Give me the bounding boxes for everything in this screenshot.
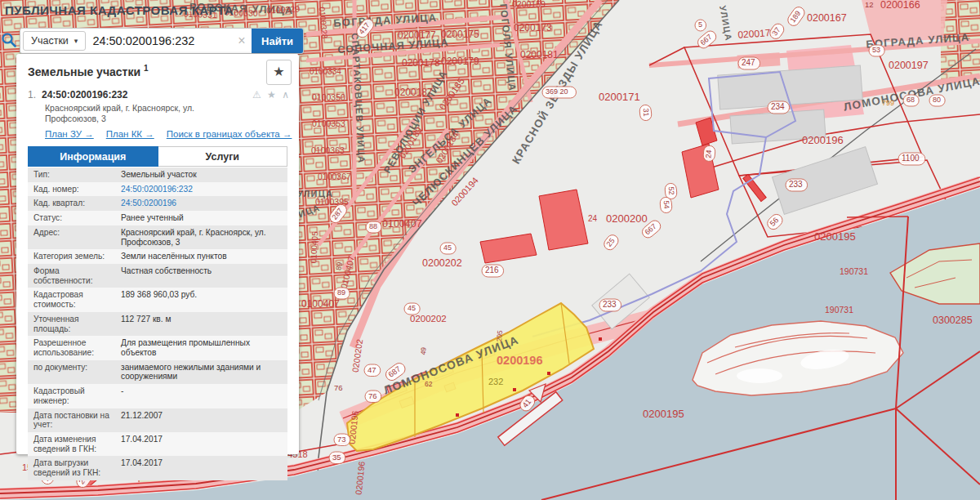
info-row-label: Разрешенное использование: xyxy=(28,336,119,359)
info-row-value: 17.04.2017 xyxy=(119,456,287,480)
item-icons: ⚠ ★ ∧ xyxy=(249,89,289,100)
info-row-label: Статус: xyxy=(28,211,119,225)
link-search-in-bounds[interactable]: Поиск в границах объекта → xyxy=(167,129,292,139)
map-label: 89 xyxy=(334,288,350,299)
item-links: План ЗУ →План КК →Поиск в границах объек… xyxy=(45,129,287,139)
info-row-value: Красноярский край, г. Красноярск, ул. Пр… xyxy=(119,225,287,249)
map-label: 5 xyxy=(695,20,706,31)
map-label: 12 xyxy=(865,0,874,9)
map-label: 190731 xyxy=(840,266,868,276)
info-row-label: Дата изменения сведений в ГКН: xyxy=(28,432,119,456)
find-button[interactable]: Найти xyxy=(252,29,303,53)
site-logo: ПУБЛИЧНАЯ КАДАСТРОВАЯ КАРТА xyxy=(5,3,234,17)
svg-text:88: 88 xyxy=(369,222,377,230)
info-row-value: Ранее учтенный xyxy=(119,211,287,225)
svg-text:190731: 190731 xyxy=(825,305,853,315)
map-label: 0200179 xyxy=(441,56,479,67)
svg-text:0200171: 0200171 xyxy=(599,91,640,103)
map-label: 0200166 xyxy=(880,0,920,11)
map-label: 35 xyxy=(329,452,345,464)
warning-icon[interactable]: ⚠ xyxy=(252,89,261,100)
parcel-list-item[interactable]: 1. 24:50:0200196:232 ⚠ ★ ∧ Красноярский … xyxy=(16,86,299,139)
svg-text:0200195: 0200195 xyxy=(814,230,856,243)
svg-text:0100405: 0100405 xyxy=(309,231,319,264)
svg-text:234: 234 xyxy=(771,102,785,111)
map-label: 0200177 xyxy=(398,29,436,41)
info-row: Разрешенное использование:Для размещения… xyxy=(28,336,287,359)
info-row-label: Адрес: xyxy=(28,225,119,249)
link-plan-kk[interactable]: План КК → xyxy=(106,129,154,139)
info-row-value: 112 727 кв. м xyxy=(119,312,287,336)
svg-text:0200175: 0200175 xyxy=(441,29,479,40)
map-label: 0100407 xyxy=(382,218,422,230)
tab-services[interactable]: Услуги xyxy=(158,146,288,167)
info-row-value[interactable]: 24:50:0200196:232 xyxy=(119,182,287,197)
svg-text:190731: 190731 xyxy=(840,266,868,276)
svg-text:5: 5 xyxy=(698,20,702,29)
info-row: Кад. квартал:24:50:0200196 xyxy=(28,196,287,211)
info-row: Тип:Земельный участок xyxy=(28,167,287,182)
map-label: 234 xyxy=(768,101,790,114)
map-label: 799 xyxy=(882,99,894,107)
search-category-dropdown[interactable]: Участки ▾ xyxy=(23,31,86,51)
info-row-value[interactable]: 24:50:0200196 xyxy=(119,196,287,211)
map-label: 45 xyxy=(404,303,420,315)
svg-text:76: 76 xyxy=(368,391,377,400)
tab-information[interactable]: Информация xyxy=(28,146,158,167)
info-row-label: по документу: xyxy=(28,360,119,384)
map-label: 62 xyxy=(425,380,433,388)
svg-text:0100350: 0100350 xyxy=(312,92,345,102)
map-label: 0200197 xyxy=(889,60,929,71)
map-label: 216 xyxy=(482,265,504,277)
map-label: 0100405 xyxy=(309,231,319,264)
svg-text:0200202: 0200202 xyxy=(422,257,462,269)
star-icon[interactable]: ★ xyxy=(267,89,276,100)
map-label: 54 xyxy=(660,197,673,213)
search-bar: Участки ▾ × Найти xyxy=(20,28,304,54)
svg-text:0200187: 0200187 xyxy=(394,87,433,98)
search-icon[interactable] xyxy=(2,33,16,47)
map-label: 0100353 xyxy=(312,118,345,128)
map-label: 53 xyxy=(869,45,884,56)
map-label: 0200187 xyxy=(394,87,433,98)
map-label: 0200200 xyxy=(606,212,648,225)
svg-text:0200167: 0200167 xyxy=(807,12,847,24)
link-plan-zu[interactable]: План ЗУ → xyxy=(45,129,94,139)
info-row-value: 21.12.2007 xyxy=(119,408,287,432)
favorite-star-button[interactable]: ★ xyxy=(266,60,292,85)
svg-text:0100334: 0100334 xyxy=(310,67,341,76)
map-label: 247 xyxy=(738,57,760,69)
map-label: 24 xyxy=(703,145,716,162)
map-label: 76 xyxy=(365,391,381,403)
item-address: Красноярский край, г. Красноярск, ул. Пр… xyxy=(45,103,237,125)
info-row: Форма собственности:Частная собственност… xyxy=(28,264,287,288)
svg-text:49: 49 xyxy=(419,346,428,355)
map-label: 0200175 xyxy=(441,29,479,40)
info-row-value: 189 368 960,03 руб. xyxy=(119,288,287,311)
info-row-value: 17.04.2017 xyxy=(119,432,287,456)
info-row: Статус:Ранее учтенный xyxy=(28,211,287,225)
svg-text:216: 216 xyxy=(485,266,499,275)
svg-text:0200196: 0200196 xyxy=(802,134,844,146)
svg-text:68: 68 xyxy=(906,96,915,104)
tab-bar: ИнформацияУслуги xyxy=(28,146,287,167)
info-row-label: Категория земель: xyxy=(28,249,119,264)
svg-text:0200181: 0200181 xyxy=(520,49,559,60)
search-input[interactable] xyxy=(86,29,232,53)
svg-text:0200178: 0200178 xyxy=(402,57,440,69)
collapse-icon[interactable]: ∧ xyxy=(282,89,289,100)
map-label: 0200196 xyxy=(802,134,844,146)
map-label: 24 xyxy=(588,214,598,223)
info-table: Тип:Земельный участокКад. номер:24:50:02… xyxy=(28,167,287,480)
svg-text:0100353: 0100353 xyxy=(312,118,345,128)
svg-text:0200173: 0200173 xyxy=(514,22,552,33)
info-row: Кадастровая стоимость:189 368 960,03 руб… xyxy=(28,288,287,311)
map-label: 205 xyxy=(495,330,504,342)
map-label: 0200167 xyxy=(807,12,847,24)
info-row-label: Дата выгрузки сведений из ГКН: xyxy=(28,456,119,480)
map-label: 233 xyxy=(599,299,621,311)
svg-text:54: 54 xyxy=(662,200,671,209)
map-label: 0200173 xyxy=(514,22,552,33)
svg-text:62: 62 xyxy=(425,380,433,388)
clear-icon[interactable]: × xyxy=(232,29,252,53)
